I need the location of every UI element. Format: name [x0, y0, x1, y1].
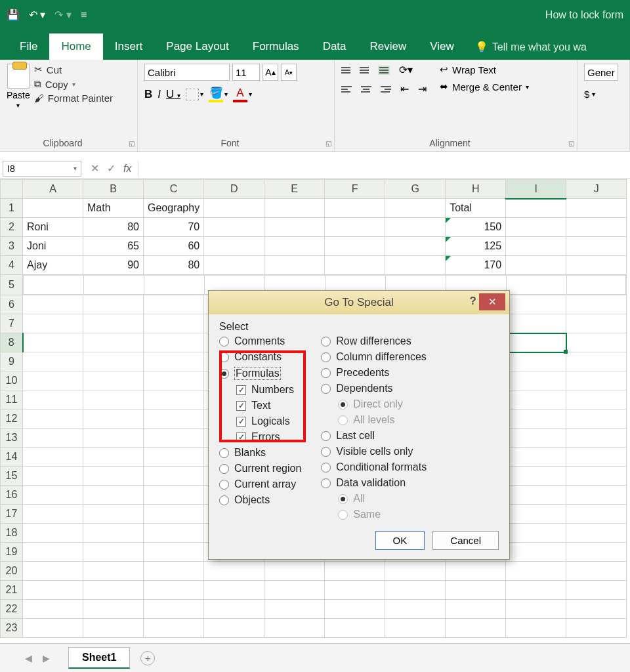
row-header[interactable]: 9 — [1, 352, 23, 371]
cell[interactable] — [264, 581, 325, 600]
cell[interactable] — [144, 600, 204, 619]
row-header[interactable]: 11 — [1, 390, 23, 410]
cell[interactable] — [23, 505, 83, 524]
cell[interactable] — [264, 218, 325, 237]
align-left-icon[interactable] — [341, 86, 352, 93]
row-header[interactable]: 10 — [1, 371, 23, 390]
cell[interactable]: Roni — [23, 218, 83, 237]
cell[interactable]: Ajay — [23, 256, 83, 275]
cell[interactable] — [385, 619, 446, 638]
col-header-d[interactable]: D — [204, 180, 264, 199]
align-middle-icon[interactable] — [360, 67, 369, 74]
align-right-icon[interactable] — [381, 86, 391, 93]
active-cell[interactable] — [506, 333, 566, 352]
sheet-tab[interactable]: Sheet1 — [68, 647, 130, 669]
cell[interactable]: 60 — [144, 237, 204, 256]
cell[interactable] — [83, 600, 144, 619]
cell[interactable] — [325, 619, 385, 638]
redo-icon[interactable]: ↷ ▾ — [54, 9, 71, 21]
cell[interactable] — [566, 295, 627, 314]
cell[interactable] — [385, 256, 446, 275]
cell[interactable] — [83, 429, 144, 448]
cell[interactable] — [204, 619, 264, 638]
cell[interactable] — [566, 352, 627, 371]
col-header-g[interactable]: G — [385, 180, 446, 199]
clipboard-launcher-icon[interactable]: ◱ — [129, 140, 135, 147]
increase-font-icon[interactable]: A▴ — [262, 64, 278, 81]
option-row-diff[interactable]: Row differences — [321, 335, 427, 347]
cell[interactable] — [264, 600, 325, 619]
row-header[interactable]: 23 — [1, 619, 23, 638]
cell[interactable] — [84, 276, 144, 295]
cell[interactable] — [144, 410, 204, 429]
row-header[interactable]: 13 — [1, 429, 23, 448]
sheet-nav-next-icon[interactable]: ▶ — [37, 653, 55, 663]
col-header-a[interactable]: A — [23, 180, 83, 199]
cell[interactable]: 70 — [144, 218, 204, 237]
cell[interactable]: 65 — [83, 237, 144, 256]
bold-button[interactable]: B — [144, 88, 152, 101]
cell[interactable] — [506, 448, 566, 467]
cell[interactable] — [83, 505, 144, 524]
cell[interactable] — [83, 486, 144, 505]
font-launcher-icon[interactable]: ◱ — [326, 140, 331, 147]
cell[interactable] — [506, 467, 566, 486]
cell[interactable] — [144, 486, 204, 505]
tab-review[interactable]: Review — [358, 33, 419, 60]
cell[interactable] — [23, 600, 83, 619]
cell[interactable] — [567, 276, 626, 295]
orientation-icon[interactable]: ⟳▾ — [399, 64, 413, 76]
cell[interactable] — [566, 390, 627, 410]
cell[interactable] — [23, 352, 83, 371]
tab-page-layout[interactable]: Page Layout — [154, 33, 240, 60]
option-visible-cells[interactable]: Visible cells only — [321, 446, 427, 457]
cell[interactable]: 80 — [144, 256, 204, 275]
align-bottom-icon[interactable] — [378, 66, 390, 75]
sheet-nav-prev-icon[interactable]: ◀ — [20, 653, 37, 663]
cell[interactable] — [506, 218, 566, 237]
cell[interactable] — [204, 600, 264, 619]
cell[interactable] — [23, 562, 83, 581]
row-header[interactable]: 22 — [1, 600, 23, 619]
font-size-select[interactable] — [232, 64, 260, 81]
row-header[interactable]: 4 — [1, 256, 23, 275]
option-objects[interactable]: Objects — [219, 494, 301, 506]
cell[interactable] — [23, 581, 83, 600]
cell[interactable] — [566, 371, 627, 390]
cell[interactable] — [566, 237, 627, 256]
merge-center-button[interactable]: ⬌Merge & Center▾ — [440, 81, 529, 93]
number-format-select[interactable] — [584, 64, 618, 81]
cell[interactable] — [264, 562, 325, 581]
cell[interactable] — [23, 371, 83, 390]
cell[interactable] — [506, 352, 566, 371]
row-header[interactable]: 8 — [1, 333, 23, 352]
cell[interactable] — [204, 562, 264, 581]
tab-home[interactable]: Home — [49, 33, 102, 60]
dialog-help-icon[interactable]: ? — [470, 295, 476, 308]
cell[interactable] — [83, 333, 144, 352]
row-header[interactable]: 17 — [1, 505, 23, 524]
cell[interactable] — [507, 276, 567, 295]
cell[interactable] — [566, 199, 627, 218]
cell[interactable] — [325, 581, 385, 600]
formula-input[interactable] — [138, 161, 630, 177]
cell[interactable] — [23, 448, 83, 467]
cell[interactable]: 125 — [446, 237, 506, 256]
alignment-launcher-icon[interactable]: ◱ — [568, 140, 574, 147]
font-name-select[interactable] — [144, 64, 230, 81]
align-center-icon[interactable] — [361, 86, 371, 93]
cell[interactable] — [144, 543, 204, 562]
cell[interactable] — [506, 237, 566, 256]
tab-data[interactable]: Data — [311, 33, 358, 60]
cell[interactable] — [506, 486, 566, 505]
cell[interactable] — [144, 562, 204, 581]
cell[interactable] — [83, 352, 144, 371]
cell[interactable] — [566, 314, 627, 333]
col-header-j[interactable]: J — [566, 180, 627, 199]
cell[interactable] — [144, 352, 204, 371]
cancel-formula-icon[interactable]: ✕ — [91, 162, 99, 175]
cell[interactable] — [506, 524, 566, 543]
cell[interactable] — [144, 333, 204, 352]
cell[interactable] — [325, 218, 385, 237]
cell[interactable] — [506, 505, 566, 524]
